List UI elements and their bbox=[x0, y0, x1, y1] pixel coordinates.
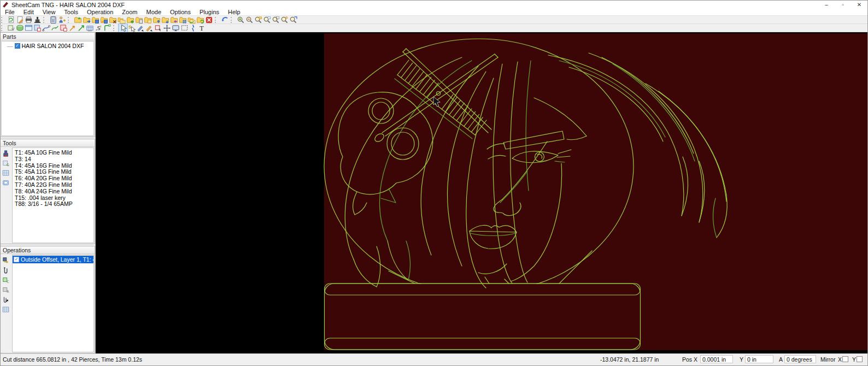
contour-check-button[interactable] bbox=[7, 24, 15, 32]
open-part-button[interactable] bbox=[82, 16, 91, 24]
tools-list[interactable]: T1: 45A 10G Fine MildT3: 14T4: 45A 16G F… bbox=[12, 147, 94, 243]
tool-list-item[interactable]: T8: 40A 24G Fine Mild bbox=[13, 188, 93, 195]
text-tool-button[interactable]: T bbox=[197, 24, 206, 32]
maximize-button[interactable]: ▫ bbox=[835, 1, 851, 9]
select-tool-button[interactable] bbox=[119, 24, 127, 32]
undo-button[interactable] bbox=[220, 16, 229, 24]
save-part-as-button[interactable] bbox=[99, 16, 108, 24]
move-part-up-button[interactable] bbox=[152, 16, 161, 24]
tool-table2-button[interactable] bbox=[2, 179, 10, 187]
zoom-selected-button[interactable] bbox=[280, 16, 289, 24]
paste-part-button[interactable] bbox=[134, 16, 143, 24]
close-button[interactable]: ✕ bbox=[851, 1, 867, 9]
link-parts-button[interactable] bbox=[187, 16, 196, 24]
menu-plugins[interactable]: Plugins bbox=[195, 9, 224, 15]
edit-post-button[interactable] bbox=[15, 16, 24, 24]
zoom-in-button[interactable] bbox=[236, 16, 245, 24]
tool-table-button[interactable] bbox=[2, 169, 10, 177]
show-table-button[interactable] bbox=[85, 24, 94, 32]
menu-mode[interactable]: Mode bbox=[142, 9, 166, 15]
print-button[interactable] bbox=[24, 16, 33, 24]
path-nodes-icon bbox=[42, 24, 50, 32]
select-start-button[interactable]: S bbox=[127, 24, 136, 32]
tool-list-item[interactable]: T3: 14 bbox=[13, 156, 93, 163]
op-copy-button[interactable]: C bbox=[2, 276, 10, 284]
rubber-band-button[interactable] bbox=[180, 24, 189, 32]
delete-part-button[interactable] bbox=[204, 16, 213, 24]
tool-g-button[interactable]: G bbox=[2, 159, 10, 167]
menu-operation[interactable]: Operation bbox=[83, 9, 118, 15]
path-rapids-button[interactable] bbox=[33, 24, 42, 32]
title-bar[interactable]: SheetCam TNG - HAIR SALON 2004 DXF –▫✕ bbox=[1, 1, 867, 9]
new-operation-button[interactable] bbox=[2, 256, 10, 264]
new-tool-button[interactable] bbox=[2, 149, 10, 157]
close-part-icon bbox=[109, 16, 117, 24]
copy-part-button[interactable] bbox=[117, 16, 126, 24]
corner-loop-button[interactable] bbox=[103, 24, 112, 32]
menu-help[interactable]: Help bbox=[224, 9, 245, 15]
menu-tools[interactable]: Tools bbox=[60, 9, 83, 15]
op-table-button[interactable] bbox=[2, 305, 10, 314]
move-part-down-button[interactable] bbox=[161, 16, 169, 24]
zoom-out-button[interactable] bbox=[245, 16, 254, 24]
menu-file[interactable]: File bbox=[1, 9, 19, 15]
minimize-button[interactable]: – bbox=[818, 1, 835, 9]
menu-view[interactable]: View bbox=[38, 9, 60, 15]
path-direction-button[interactable] bbox=[50, 24, 59, 32]
import-part-button[interactable] bbox=[169, 16, 178, 24]
show-solid-button[interactable] bbox=[15, 24, 24, 32]
measure-button[interactable] bbox=[189, 24, 197, 32]
edit-post-icon bbox=[16, 16, 24, 24]
tool-list-item[interactable]: T7: 40A 22G Fine Mild bbox=[13, 182, 93, 188]
mirror-y-checkbox[interactable] bbox=[857, 356, 863, 362]
operations-list[interactable]: ✓Outside Offset, Layer 1, T1: 45A 10G Fi… bbox=[12, 255, 94, 352]
add-part-button[interactable] bbox=[126, 16, 134, 24]
cut-arrow-button[interactable] bbox=[77, 24, 85, 32]
parts-list[interactable]: —✓HAIR SALON 2004 DXF bbox=[1, 41, 94, 136]
path-nodes-button[interactable] bbox=[42, 24, 50, 32]
mirror-x-checkbox[interactable] bbox=[842, 356, 848, 362]
offset-arrow-button[interactable] bbox=[68, 24, 77, 32]
part-tree-item[interactable]: —✓HAIR SALON 2004 DXF bbox=[2, 42, 93, 49]
screen-layout-button[interactable] bbox=[171, 24, 180, 32]
toolbar-group-grip bbox=[113, 25, 116, 31]
close-part-button[interactable] bbox=[108, 16, 117, 24]
tool-list-item[interactable]: T88: 3/16 - 1/4 65AMP bbox=[13, 201, 93, 208]
insert-point-button[interactable]: ,S bbox=[94, 24, 103, 32]
operation-checkbox[interactable]: ✓ bbox=[14, 257, 19, 262]
op-clamp-button[interactable] bbox=[2, 266, 10, 274]
menu-zoom[interactable]: Zoom bbox=[118, 9, 142, 15]
zoom-material-icon bbox=[263, 16, 271, 24]
zoom-all-button[interactable] bbox=[289, 16, 297, 24]
copy-part-icon bbox=[118, 16, 126, 24]
run-post-button[interactable] bbox=[57, 16, 66, 24]
part-checkbox[interactable]: ✓ bbox=[15, 43, 20, 49]
calculator-button[interactable] bbox=[49, 16, 57, 24]
offset-arrow-icon bbox=[68, 24, 77, 32]
reload-parts-button[interactable] bbox=[196, 16, 204, 24]
svg-text:C: C bbox=[7, 280, 9, 284]
move-origin-button[interactable] bbox=[162, 24, 171, 32]
zoom-part-button[interactable] bbox=[254, 16, 262, 24]
op-paste-button[interactable]: R bbox=[2, 286, 10, 294]
job-options-button[interactable] bbox=[7, 16, 15, 24]
operation-list-item[interactable]: ✓Outside Offset, Layer 1, T1: 45A 10G Fi… bbox=[13, 256, 93, 263]
menu-edit[interactable]: Edit bbox=[19, 9, 38, 15]
show-window-button[interactable] bbox=[24, 24, 33, 32]
zoom-window-button[interactable] bbox=[271, 16, 280, 24]
machine-setup-button[interactable] bbox=[33, 16, 42, 24]
part-array-button[interactable] bbox=[178, 16, 187, 24]
new-part-button[interactable] bbox=[73, 16, 82, 24]
zoom-material-button[interactable] bbox=[262, 16, 271, 24]
tool-table2-icon bbox=[2, 179, 10, 187]
contour-select-button[interactable] bbox=[154, 24, 162, 32]
path-box-button[interactable] bbox=[59, 24, 68, 32]
node-edit-button[interactable] bbox=[136, 24, 145, 32]
duplicate-part-button[interactable] bbox=[143, 16, 152, 24]
save-part-button[interactable] bbox=[91, 16, 99, 24]
menu-options[interactable]: Options bbox=[166, 9, 195, 15]
snap-edit-button[interactable] bbox=[145, 24, 154, 32]
zoom-in-icon bbox=[237, 16, 245, 24]
drawing-canvas[interactable] bbox=[96, 32, 867, 353]
op-export-button[interactable] bbox=[2, 296, 10, 304]
